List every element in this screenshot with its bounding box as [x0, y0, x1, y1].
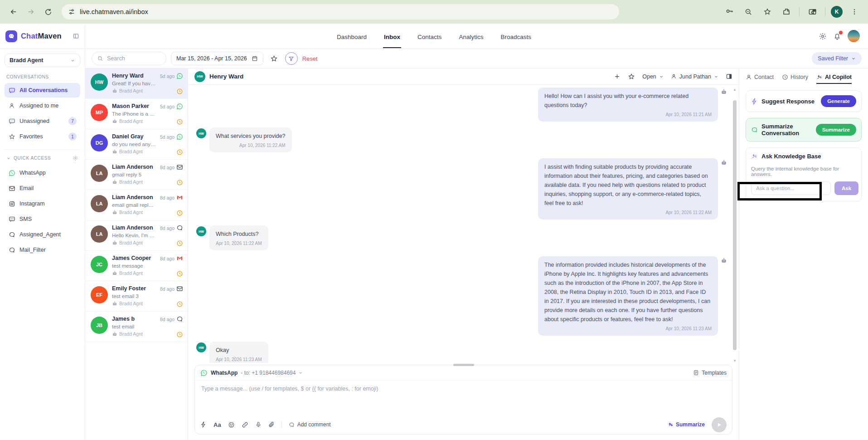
site-settings-icon[interactable]	[68, 8, 75, 15]
timestamp: 8d ago	[160, 286, 175, 292]
chevron-down-icon[interactable]	[6, 156, 11, 161]
add-icon[interactable]	[614, 73, 621, 80]
text-format-icon[interactable]: Aa	[213, 421, 221, 428]
sidebar: Bradd Agent CONVERSATIONS All Conversati…	[0, 49, 85, 440]
address-bar[interactable]: live.chatmaven.ai/inbox	[62, 4, 619, 20]
sidebar-channel-instagram[interactable]: Instagram	[5, 196, 80, 211]
agent-name: Bradd Agnt	[119, 240, 143, 245]
panel-toggle-icon[interactable]	[726, 73, 732, 80]
extensions-icon[interactable]	[779, 5, 794, 19]
sidebar-channel-label: Mail_Filter	[19, 247, 46, 253]
summarize-button[interactable]: Summarize	[816, 124, 856, 136]
search-input[interactable]	[107, 55, 157, 62]
browser-profile-avatar[interactable]: K	[831, 6, 843, 18]
pending-clock-icon	[176, 179, 183, 186]
message-snippet: gmail reply 5	[112, 171, 156, 178]
agent-selector[interactable]: Bradd Agent	[5, 54, 80, 67]
password-key-icon[interactable]	[722, 5, 737, 19]
sidebar-channel-whatsapp[interactable]: WhatsApp	[5, 166, 80, 180]
message-text: Which Products?	[216, 231, 258, 237]
emoji-icon[interactable]	[228, 421, 235, 428]
saved-filter-dropdown[interactable]: Saved Filter	[812, 52, 862, 65]
scroll-down-icon[interactable]: ▼	[732, 359, 737, 363]
message-input[interactable]	[195, 381, 732, 413]
settings-gear-icon[interactable]	[819, 32, 827, 40]
assignee-dropdown[interactable]: Jund Pathan	[671, 73, 718, 80]
search-icon	[97, 56, 103, 62]
templates-button[interactable]: Templates	[693, 370, 727, 376]
scrollbar-thumb[interactable]	[733, 100, 737, 350]
favorite-star-icon[interactable]	[628, 73, 635, 80]
microphone-icon[interactable]	[255, 421, 262, 428]
chat-scrollbar[interactable]: ▲ ▼	[732, 88, 737, 363]
ask-button[interactable]: Ask	[834, 181, 858, 195]
conversation-list-item[interactable]: MPMason ParkerThe iPhone is a smartphone…	[85, 99, 188, 129]
chevron-down-icon	[714, 74, 718, 79]
tab-history[interactable]: History	[782, 74, 808, 84]
notifications-bell-icon[interactable]	[833, 32, 841, 40]
reload-icon[interactable]	[41, 5, 55, 19]
calendar-icon	[252, 55, 258, 62]
tab-search-icon[interactable]	[805, 5, 820, 19]
message-row: HWWhat services you provide?Apr 10, 2026…	[196, 127, 727, 152]
knowledge-question-input[interactable]	[751, 181, 831, 195]
quick-access-gear-icon[interactable]	[73, 155, 78, 161]
tab-contacts[interactable]: Contacts	[417, 25, 442, 48]
sidebar-item-all-conversations[interactable]: All Conversations	[5, 83, 80, 98]
tab-broadcasts[interactable]: Broadcasts	[499, 25, 532, 48]
forward-icon[interactable]	[24, 5, 38, 19]
tab-inbox[interactable]: Inbox	[383, 25, 401, 48]
conversation-list-item[interactable]: LALiam AndersonHello Kevin, I'm here to …	[85, 220, 188, 251]
email-icon	[8, 185, 15, 192]
envelope-icon	[176, 285, 183, 292]
message-bubble: Hello! How can I assist you with your e-…	[538, 88, 718, 122]
attachment-icon[interactable]	[268, 421, 275, 428]
quick-reply-bolt-icon[interactable]	[200, 421, 207, 428]
agent-name: Bradd Agnt	[119, 149, 143, 154]
conversation-list-item[interactable]: LALiam Andersonemail gmail replyl 3Bradd…	[85, 190, 188, 220]
tab-ai-copilot[interactable]: AI Copilot	[816, 74, 852, 84]
send-button[interactable]	[712, 417, 727, 432]
sidebar-channel-sms[interactable]: SMS	[5, 212, 80, 226]
conversation-list-item[interactable]: LALiam Andersongmail reply 5Bradd Agnt8d…	[85, 160, 188, 190]
sidebar-collapse-icon[interactable]	[73, 33, 79, 39]
person-icon	[671, 73, 677, 79]
status-dropdown[interactable]: Open	[642, 73, 664, 80]
composer-drag-handle[interactable]	[453, 364, 474, 366]
filter-funnel-icon[interactable]	[285, 52, 298, 65]
reset-filters-button[interactable]: Reset	[302, 55, 318, 62]
message-snippet: Great! If you have any more...	[112, 80, 156, 87]
sidebar-channel-mail_filter[interactable]: Mail_Filter	[5, 243, 80, 257]
bookmark-star-icon[interactable]	[760, 5, 775, 19]
tab-analytics[interactable]: Analytics	[458, 25, 484, 48]
conversation-list-item[interactable]: HWHenry WardGreat! If you have any more.…	[85, 68, 188, 99]
tab-dashboard[interactable]: Dashboard	[336, 25, 368, 48]
back-icon[interactable]	[6, 5, 21, 19]
sidebar-channel-email[interactable]: Email	[5, 181, 80, 196]
sidebar-item-favorites[interactable]: Favorites1	[5, 129, 80, 144]
scroll-up-icon[interactable]: ▲	[732, 88, 737, 92]
generate-button[interactable]: Generate	[821, 95, 856, 107]
sidebar-item-assigned-to-me[interactable]: Assigned to me	[5, 98, 80, 113]
zoom-out-icon[interactable]	[741, 5, 756, 19]
user-avatar[interactable]	[848, 30, 860, 42]
sidebar-item-unassigned[interactable]: Unassigned7	[5, 114, 80, 128]
composer-summarize-button[interactable]: Summarize	[668, 421, 705, 428]
message-row: The information provided includes histor…	[196, 256, 727, 336]
favorite-filter-star-icon[interactable]	[268, 52, 281, 65]
link-icon[interactable]	[242, 421, 248, 428]
composer-recipient-dropdown[interactable]: - to: +1 918446984694	[241, 370, 303, 376]
sidebar-channel-assigned_agent[interactable]: Assigned_Agent	[5, 227, 80, 242]
tab-contact[interactable]: Contact	[746, 74, 774, 84]
agent-name: Bradd Agnt	[119, 179, 143, 185]
conversation-list-item[interactable]: DGDaniel Graydo you need any help from..…	[85, 129, 188, 160]
pending-clock-icon	[176, 270, 183, 277]
conversation-list-item[interactable]: JCJames Coopertest messageBradd Agnt8d a…	[85, 251, 188, 281]
search-box[interactable]	[92, 52, 166, 65]
add-comment-label: Add comment	[297, 421, 331, 428]
conversation-list-item[interactable]: JBJames btest emailBradd Agnt8d ago	[85, 312, 188, 342]
date-range-picker[interactable]: Mar 15, 2026 - Apr 15, 2026	[171, 52, 263, 65]
menu-dots-icon[interactable]	[847, 5, 862, 19]
add-comment-button[interactable]: Add comment	[289, 421, 331, 428]
conversation-list-item[interactable]: EFEmily Fostertest email 3Bradd Agnt8d a…	[85, 281, 188, 312]
